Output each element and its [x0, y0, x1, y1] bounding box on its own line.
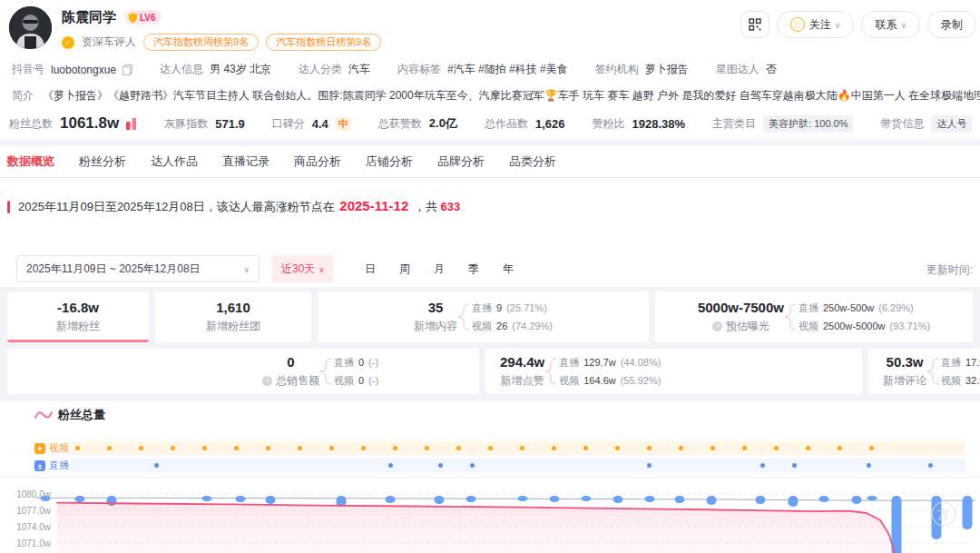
bio-label: 简介	[12, 88, 34, 104]
video-dot	[234, 446, 239, 450]
stat-label: 灰豚指数	[164, 116, 208, 132]
tab-item[interactable]: 店铺分析	[366, 153, 413, 170]
video-dot	[647, 446, 652, 450]
metric-card[interactable]: -16.8w新增粉丝	[7, 291, 149, 342]
date-filter: 2025年11月09日 ~ 2025年12月08日 近30天 日周月季年 更新时…	[0, 255, 980, 282]
breakdown-name: 直播	[799, 301, 818, 315]
video-dot	[774, 446, 779, 450]
metric-card[interactable]: 0总销售额直播0(-)视频0(-)	[7, 349, 479, 394]
record-button[interactable]: 录制	[927, 11, 976, 38]
breakdown-pct: (-)	[368, 357, 378, 368]
qr-code-button[interactable]	[740, 11, 769, 38]
info-field: 内容标签#汽车 #随拍 #科技 #美食	[397, 62, 568, 77]
rank-badge[interactable]: 汽车指数榜日榜第9名	[266, 34, 381, 51]
breakdown-value: 0	[358, 357, 364, 368]
breakdown-row: 视频2500w-5000w(93.71%)	[799, 320, 930, 333]
tab-item[interactable]: 商品分析	[294, 153, 341, 170]
breakdown-value: 164.6w	[583, 375, 615, 386]
live-dot	[760, 463, 765, 468]
tab-item[interactable]: 品类分析	[509, 153, 556, 170]
video-dot	[488, 446, 493, 450]
live-band-text: 直播	[49, 459, 69, 472]
breakdown-name: 直播	[472, 301, 492, 315]
bar-chart-icon	[126, 118, 137, 130]
notice-accent-bar	[7, 201, 10, 213]
live-band-label: 直播	[34, 459, 71, 472]
filter-option[interactable]: 季	[461, 256, 486, 281]
info-field: 达人信息男 43岁 北京	[160, 62, 271, 77]
stat-item: 主营类目美容护肤: 100.0%	[712, 115, 853, 133]
filter-option[interactable]: 月	[426, 256, 452, 281]
stat-label: 总作品数	[485, 116, 528, 132]
live-days-band	[71, 459, 965, 472]
contact-button[interactable]: 联系	[861, 11, 920, 38]
video-band-label: 视频	[34, 441, 71, 455]
info-field-value: 汽车	[348, 62, 370, 77]
quick-range-select[interactable]: 近30天	[272, 255, 334, 282]
breakdown-bracket	[457, 301, 470, 333]
date-range-select[interactable]: 2025年11月09日 ~ 2025年12月08日	[16, 255, 260, 282]
tab-item[interactable]: 达人作品	[151, 153, 198, 170]
metric-card[interactable]: 50.3w新增评论直播17.9w(35.51%)视频32.5w(64.49%)	[868, 349, 980, 394]
update-time-label: 更新时间:	[926, 262, 973, 278]
breakdown-name: 视频	[472, 320, 492, 333]
video-dot	[806, 446, 810, 450]
fan-total-chart: 1080.0w1077.0w1074.0w1071.0w万	[0, 477, 980, 553]
rank-badge[interactable]: 汽车指数榜周榜第9名	[143, 34, 259, 51]
info-field-value: luobotongxue	[51, 64, 116, 76]
metric-card[interactable]: 35新增内容直播9(25.71%)视频26(74.29%)	[318, 291, 649, 342]
live-icon	[34, 460, 45, 471]
tab-item[interactable]: 数据概览	[7, 153, 54, 170]
breakdown-value: 129.7w	[583, 357, 615, 368]
metric-card[interactable]: 1,610新增粉丝团	[155, 291, 311, 342]
card-label: 新增粉丝团	[206, 319, 260, 334]
live-dot	[388, 463, 393, 468]
chart-title-text: 粉丝总量	[58, 407, 105, 423]
tab-item[interactable]: 品牌分析	[437, 153, 485, 170]
breakdown-row: 视频32.5w(64.49%)	[941, 374, 980, 388]
metric-card[interactable]: 294.4w新增点赞直播129.7w(44.08%)视频164.6w(55.92…	[485, 349, 862, 394]
video-dot	[75, 446, 80, 450]
card-breakdown: 直播250w-500w(6.29%)视频2500w-5000w(93.71%)	[799, 301, 930, 333]
tab-item[interactable]: 粉丝分析	[79, 153, 126, 170]
breakdown-row: 直播129.7w(44.08%)	[559, 356, 661, 370]
breakdown-value: 0	[358, 375, 364, 386]
video-dot	[615, 446, 620, 450]
video-dot	[869, 446, 874, 450]
info-field: 星图达人否	[716, 62, 777, 77]
card-label-text: 总销售额	[276, 373, 319, 389]
card-value: 50.3w	[887, 354, 924, 370]
filter-option[interactable]: 周	[392, 256, 417, 281]
stat-label: 口碑分	[272, 116, 305, 132]
contact-label: 联系	[875, 17, 897, 33]
copy-icon[interactable]	[122, 64, 132, 75]
stat-item: 带货信息达人号	[880, 115, 972, 133]
date-range-value: 2025年11月09日 ~ 2025年12月08日	[26, 262, 201, 277]
notice-peak-date: 2025-11-12	[339, 198, 408, 213]
breakdown-bracket	[319, 355, 332, 388]
video-dot	[679, 446, 683, 450]
card-value: -16.8w	[57, 300, 99, 315]
stat-label: 总获赞数	[378, 116, 422, 132]
filter-option[interactable]: 日	[358, 256, 383, 281]
card-value: 0	[287, 354, 294, 370]
stat-item: 总获赞数2.0亿	[378, 115, 457, 132]
live-dot	[928, 463, 933, 468]
breakdown-row: 视频0(-)	[334, 374, 378, 388]
live-dot	[867, 463, 871, 468]
badges-row: ✓ 资深车评人 汽车指数榜周榜第9名汽车指数榜日榜第9名	[62, 34, 381, 51]
star-icon	[790, 17, 805, 32]
category-chip: 美容护肤: 100.0%	[763, 115, 853, 133]
follow-button[interactable]: 关注	[777, 11, 855, 38]
header-actions: 关注 联系 录制	[740, 11, 976, 38]
quick-range-label: 近30天	[281, 262, 315, 277]
metric-card[interactable]: 5000w-7500w预估曝光直播250w-500w(6.29%)视频2500w…	[655, 291, 973, 342]
svg-text:1071.0w: 1071.0w	[16, 538, 52, 548]
tab-item[interactable]: 直播记录	[222, 153, 270, 170]
card-label: 新增内容	[414, 319, 457, 334]
filter-option[interactable]: 年	[495, 256, 521, 281]
svg-text:万: 万	[937, 509, 948, 521]
card-value: 5000w-7500w	[698, 300, 784, 315]
creator-analytics-page: 陈震同学 LV6 ✓ 资深车评人 汽车指数榜周榜第9名汽车指数榜日榜第9名	[0, 0, 980, 553]
video-dot	[583, 446, 588, 450]
